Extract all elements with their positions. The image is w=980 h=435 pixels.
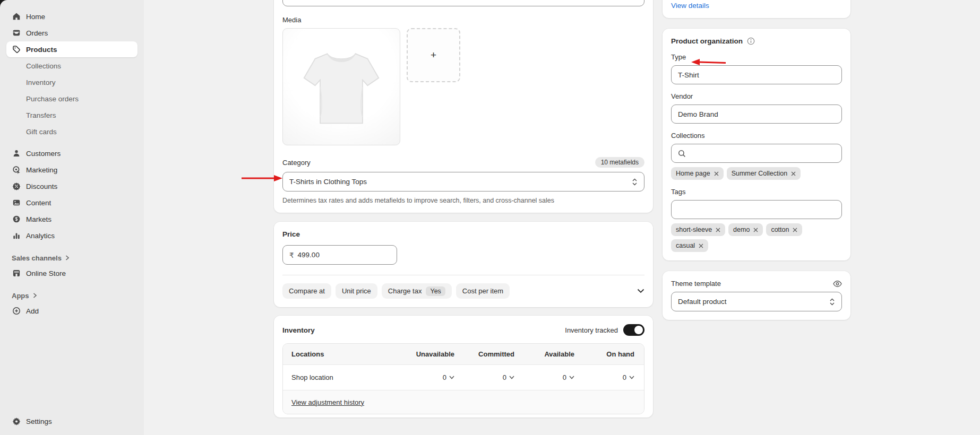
- sidebar-item-customers[interactable]: Customers: [6, 145, 137, 161]
- chevron-down-icon: [509, 376, 514, 379]
- view-details-link[interactable]: View details: [671, 2, 709, 10]
- column-header: Committed: [464, 350, 524, 358]
- remove-chip-icon[interactable]: [791, 171, 796, 176]
- unavailable-stepper[interactable]: 0: [443, 373, 454, 381]
- remove-chip-icon[interactable]: [753, 228, 758, 232]
- compare-at-button[interactable]: Compare at: [282, 283, 331, 299]
- annotation-arrow-category: [241, 175, 283, 182]
- sidebar-item-label: Collections: [26, 62, 61, 70]
- available-stepper[interactable]: 0: [563, 373, 574, 381]
- remove-chip-icon[interactable]: [793, 228, 797, 232]
- theme-template-card: Theme template Default product: [663, 271, 850, 320]
- add-circle-icon: [12, 307, 21, 316]
- remove-chip-icon[interactable]: [714, 171, 719, 176]
- sidebar-item-transfers[interactable]: Transfers: [6, 107, 137, 123]
- sidebar-item-label: Products: [26, 46, 57, 54]
- sidebar-item-label: Customers: [26, 150, 61, 158]
- sidebar-item-gift-cards[interactable]: Gift cards: [6, 124, 137, 140]
- chevron-down-icon: [629, 376, 634, 379]
- category-select[interactable]: T-Shirts in Clothing Tops: [282, 172, 644, 192]
- inventory-table: Locations Unavailable Committed Availabl…: [282, 343, 644, 414]
- sidebar-item-label: Add: [26, 307, 39, 315]
- table-row: Shop location 0 0 0 0: [283, 364, 644, 390]
- theme-template-select[interactable]: Default product: [671, 292, 842, 311]
- eye-icon[interactable]: [833, 281, 842, 287]
- expand-price-chevron-icon[interactable]: [637, 289, 644, 293]
- sidebar: Home Orders Products Collections Invento…: [0, 0, 144, 435]
- marketing-icon: [12, 166, 21, 175]
- gear-icon: [12, 417, 21, 426]
- apps-label: Apps: [12, 292, 29, 300]
- info-icon[interactable]: [747, 37, 755, 45]
- cost-per-item-button[interactable]: Cost per item: [456, 283, 510, 299]
- sidebar-item-home[interactable]: Home: [6, 8, 137, 24]
- sidebar-item-label: Analytics: [26, 232, 55, 240]
- description-input[interactable]: [282, 0, 644, 6]
- sidebar-item-settings[interactable]: Settings: [6, 413, 137, 429]
- sidebar-item-purchase-orders[interactable]: Purchase orders: [6, 91, 137, 107]
- tag-chip: casual: [671, 239, 708, 252]
- discounts-icon: [12, 182, 21, 191]
- sidebar-item-label: Marketing: [26, 166, 57, 174]
- type-input[interactable]: T-Shirt: [671, 65, 842, 84]
- tags-input[interactable]: [671, 200, 842, 219]
- vendor-input[interactable]: Demo Brand: [671, 105, 842, 124]
- theme-template-title: Theme template: [671, 280, 721, 288]
- unit-price-button[interactable]: Unit price: [336, 283, 377, 299]
- sidebar-item-products[interactable]: Products: [6, 41, 137, 57]
- category-label: Category: [282, 159, 311, 167]
- sidebar-item-analytics[interactable]: Analytics: [6, 228, 137, 243]
- annotation-arrow-type: [691, 58, 726, 66]
- sidebar-item-markets[interactable]: Markets: [6, 211, 137, 227]
- sidebar-item-label: Gift cards: [26, 128, 57, 136]
- inventory-title: Inventory: [282, 326, 315, 334]
- insights-card: View details: [663, 0, 850, 18]
- tag-chip: short-sleeve: [671, 223, 725, 236]
- on-hand-stepper[interactable]: 0: [623, 373, 634, 381]
- chevron-right-icon: [65, 255, 70, 260]
- column-header: On hand: [584, 350, 644, 358]
- sidebar-section-apps[interactable]: Apps: [6, 288, 137, 303]
- sidebar-item-inventory[interactable]: Inventory: [6, 74, 137, 90]
- price-input[interactable]: ₹ 499.00: [282, 245, 397, 265]
- inventory-tracked-toggle[interactable]: [623, 324, 644, 336]
- sidebar-item-label: Transfers: [26, 111, 56, 119]
- chevron-down-icon: [569, 376, 574, 379]
- price-title: Price: [282, 230, 644, 238]
- sidebar-item-online-store[interactable]: Online Store: [6, 265, 137, 281]
- sidebar-section-sales-channels[interactable]: Sales channels: [6, 250, 137, 265]
- sidebar-item-marketing[interactable]: Marketing: [6, 162, 137, 178]
- sales-channels-label: Sales channels: [12, 254, 62, 262]
- sidebar-item-collections[interactable]: Collections: [6, 58, 137, 74]
- remove-chip-icon[interactable]: [716, 228, 720, 232]
- charge-tax-button[interactable]: Charge tax Yes: [382, 283, 452, 299]
- type-label: Type: [671, 53, 686, 61]
- sidebar-item-label: Content: [26, 199, 51, 207]
- home-icon: [12, 12, 21, 21]
- remove-chip-icon[interactable]: [699, 243, 703, 248]
- add-media-button[interactable]: +: [407, 28, 460, 82]
- sidebar-item-label: Orders: [26, 29, 48, 37]
- inventory-tracked-label: Inventory tracked: [565, 326, 618, 334]
- product-organization-title: Product organization: [671, 37, 743, 45]
- sidebar-item-content[interactable]: Content: [6, 195, 137, 211]
- committed-stepper[interactable]: 0: [503, 373, 514, 381]
- content-icon: [12, 198, 21, 207]
- price-value: 499.00: [298, 251, 320, 259]
- media-category-card: Media + Category 10 metafields T-Shirts …: [274, 0, 653, 213]
- category-value: T-Shirts in Clothing Tops: [289, 178, 367, 186]
- collections-label: Collections: [671, 132, 842, 140]
- updown-chevron-icon: [632, 178, 638, 186]
- product-image-tshirt[interactable]: [282, 28, 400, 145]
- metafields-badge[interactable]: 10 metafields: [595, 157, 644, 168]
- collections-search-input[interactable]: [671, 144, 842, 163]
- tags-chips: short-sleeve demo cotton casual: [671, 223, 842, 252]
- media-grid: +: [282, 28, 644, 145]
- column-header: Locations: [283, 350, 404, 358]
- sidebar-item-add-app[interactable]: Add: [6, 303, 137, 319]
- tag-chip: demo: [728, 223, 763, 236]
- sidebar-item-discounts[interactable]: Discounts: [6, 178, 137, 194]
- view-adjustment-history-link[interactable]: View adjustment history: [291, 398, 364, 406]
- chevron-down-icon: [449, 376, 454, 379]
- sidebar-item-orders[interactable]: Orders: [6, 25, 137, 41]
